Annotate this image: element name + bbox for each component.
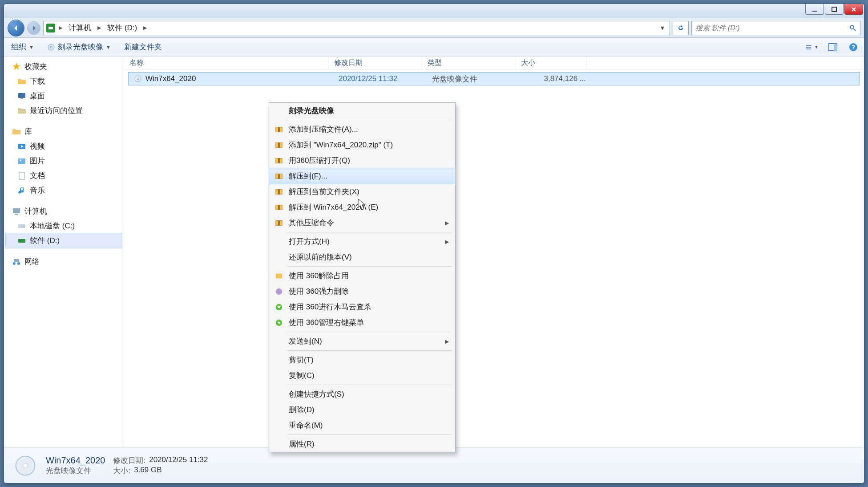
context-menu-item[interactable]: 其他压缩命令▶ — [269, 215, 455, 231]
context-menu[interactable]: 刻录光盘映像添加到压缩文件(A)...添加到 "Win7x64_2020.zip… — [269, 102, 456, 452]
360g-icon — [275, 318, 283, 327]
svg-point-24 — [13, 262, 16, 265]
360p-icon — [275, 287, 283, 296]
refresh-button[interactable] — [673, 21, 689, 35]
sidebar-item-desktop[interactable]: 桌面 — [6, 89, 122, 103]
context-menu-item[interactable]: 添加到压缩文件(A)... — [269, 122, 455, 137]
context-menu-item[interactable]: 打开方式(H)▶ — [269, 234, 455, 249]
chevron-right-icon: ▶ — [57, 25, 64, 31]
file-row[interactable]: Win7x64_2020 2020/12/25 11:32 光盘映像文件 3,8… — [129, 73, 860, 85]
context-menu-item[interactable]: 解压到(F)... — [269, 168, 455, 184]
breadcrumb-segment-computer[interactable]: 计算机 — [66, 21, 94, 35]
svg-point-22 — [24, 226, 24, 227]
titlebar — [4, 4, 864, 18]
disc-icon — [13, 453, 38, 478]
blank-icon — [275, 371, 283, 380]
view-options-button[interactable]: ▼ — [806, 41, 819, 53]
sidebar-item-music[interactable]: 音乐 — [6, 183, 122, 198]
sidebar-item-videos[interactable]: 视频 — [6, 139, 122, 154]
sidebar-libraries-header[interactable]: 库 — [6, 124, 122, 139]
column-header-size[interactable]: 大小 — [516, 57, 587, 69]
context-menu-item[interactable]: 剪切(T) — [269, 352, 455, 368]
context-menu-label: 使用 360强力删除 — [289, 286, 449, 296]
context-menu-separator — [287, 120, 452, 120]
blank-icon — [275, 406, 283, 414]
context-menu-item[interactable]: 删除(D) — [269, 402, 455, 418]
sidebar-item-recent[interactable]: 最近访问的位置 — [6, 103, 122, 118]
column-headers: 名称 修改日期 类型 大小 — [124, 57, 864, 70]
svg-point-30 — [23, 463, 28, 468]
search-input[interactable] — [695, 24, 849, 32]
context-menu-item[interactable]: 使用 360强力删除 — [269, 284, 455, 299]
context-menu-separator — [287, 332, 452, 332]
context-menu-separator — [287, 232, 452, 232]
music-icon — [17, 186, 26, 195]
document-icon — [17, 171, 26, 180]
desktop-icon — [17, 92, 26, 101]
sidebar-item-drive-d[interactable]: 软件 (D:) — [6, 233, 122, 248]
folder-icon — [17, 106, 26, 115]
maximize-button[interactable] — [825, 4, 844, 15]
context-menu-label: 添加到 "Win7x64_2020.zip" (T) — [289, 140, 449, 150]
blank-icon — [275, 237, 283, 246]
search-box[interactable] — [691, 21, 860, 35]
help-button[interactable]: ? — [847, 41, 860, 53]
folder-icon — [17, 77, 26, 86]
context-menu-item[interactable]: 用360压缩打开(Q) — [269, 153, 455, 168]
minimize-button[interactable] — [805, 4, 824, 15]
zip-icon — [275, 172, 283, 181]
close-button[interactable] — [844, 4, 863, 15]
context-menu-label: 用360压缩打开(Q) — [289, 155, 449, 166]
context-menu-item[interactable]: 解压到当前文件夹(X) — [269, 184, 455, 199]
details-pane: Win7x64_2020 光盘映像文件 修改日期:2020/12/25 11:3… — [4, 447, 864, 483]
forward-button[interactable] — [27, 21, 40, 35]
context-menu-item[interactable]: 添加到 "Win7x64_2020.zip" (T) — [269, 137, 455, 153]
breadcrumb[interactable]: ▶ 计算机 ▶ 软件 (D:) ▶ ▾ — [43, 21, 670, 35]
svg-rect-16 — [18, 158, 25, 164]
breadcrumb-dropdown[interactable]: ▾ — [658, 24, 667, 32]
blank-icon — [275, 421, 283, 430]
context-menu-item[interactable]: 使用 360管理右键菜单 — [269, 315, 455, 330]
svg-rect-45 — [276, 273, 282, 278]
burn-image-button[interactable]: 刻录光盘映像▼ — [44, 40, 113, 54]
column-header-date[interactable]: 修改日期 — [329, 57, 422, 69]
sidebar-item-downloads[interactable]: 下载 — [6, 74, 122, 89]
column-header-name[interactable]: 名称 — [124, 57, 329, 69]
computer-icon — [12, 207, 21, 216]
back-button[interactable] — [8, 20, 24, 37]
context-menu-item[interactable]: 复制(C) — [269, 368, 455, 383]
svg-rect-10 — [834, 44, 837, 51]
context-menu-label: 复制(C) — [289, 370, 449, 381]
context-menu-label: 重命名(M) — [289, 420, 449, 430]
context-menu-item[interactable]: 属性(R) — [269, 436, 455, 452]
svg-point-25 — [17, 262, 20, 265]
breadcrumb-segment-drive[interactable]: 软件 (D:) — [105, 21, 140, 35]
organize-button[interactable]: 组织▼ — [8, 40, 36, 54]
context-menu-label: 属性(R) — [289, 439, 449, 449]
video-icon — [17, 142, 26, 151]
chevron-right-icon: ▶ — [445, 338, 449, 345]
column-header-type[interactable]: 类型 — [422, 57, 516, 69]
context-menu-label: 解压到当前文件夹(X) — [289, 187, 449, 197]
sidebar-favorites-header[interactable]: 收藏夹 — [6, 59, 122, 74]
sidebar-item-drive-c[interactable]: 本地磁盘 (C:) — [6, 219, 122, 233]
file-list[interactable]: Win7x64_2020 2020/12/25 11:32 光盘映像文件 3,8… — [124, 70, 864, 447]
sidebar-item-pictures[interactable]: 图片 — [6, 154, 122, 168]
sidebar-computer-header[interactable]: 计算机 — [6, 204, 122, 219]
context-menu-item[interactable]: 创建快捷方式(S) — [269, 386, 455, 402]
context-menu-item[interactable]: 重命名(M) — [269, 418, 455, 433]
cursor-icon — [358, 199, 367, 211]
context-menu-item[interactable]: 发送到(N)▶ — [269, 333, 455, 349]
sidebar-network-header[interactable]: 网络 — [6, 254, 122, 269]
context-menu-separator — [287, 434, 452, 435]
context-menu-item[interactable]: 刻录光盘映像 — [269, 103, 455, 118]
context-menu-item[interactable]: 使用 360进行木马云查杀 — [269, 299, 455, 315]
chevron-right-icon: ▶ — [445, 239, 449, 245]
preview-pane-button[interactable] — [827, 41, 839, 53]
sidebar-item-documents[interactable]: 文档 — [6, 168, 122, 183]
new-folder-button[interactable]: 新建文件夹 — [121, 40, 165, 54]
context-menu-item[interactable]: 使用 360解除占用 — [269, 268, 455, 284]
context-menu-item[interactable]: 还原以前的版本(V) — [269, 249, 455, 265]
svg-rect-38 — [278, 174, 280, 179]
svg-rect-6 — [806, 45, 811, 46]
